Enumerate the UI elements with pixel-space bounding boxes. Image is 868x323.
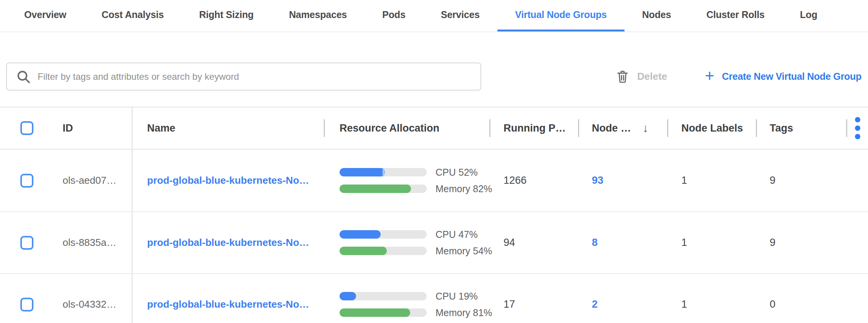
tab-virtual-node-groups[interactable]: Virtual Node Groups [497,0,624,31]
row-id: ols-aed07… [63,175,116,186]
header-node-labels[interactable]: Node Labels [667,107,756,149]
cpu-bar-fill [340,230,381,239]
table-body: ols-aed07… prod-global-blue-kubernetes-N… [0,150,868,323]
row-node-labels-cell: 1 [667,212,756,273]
memory-label: Memory 54% [436,246,492,257]
memory-bar-track [340,247,427,255]
row-resource-cell: CPU 19% Memory 81% [324,274,489,323]
tab-label: Services [441,9,480,20]
row-id-cell: ols-8835a… [63,212,133,273]
tab-label: Overview [24,9,66,20]
row-node-labels-cell: 1 [667,150,756,211]
virtual-node-groups-page: OverviewCost AnalysisRight SizingNamespa… [0,0,868,323]
create-button-label: Create New Virtual Node Group [722,71,861,82]
cpu-usage-bar-line: CPU 52% [340,167,492,178]
header-nodes[interactable]: Node … ↓ [578,107,667,149]
table-row: ols-8835a… prod-global-blue-kubernetes-N… [0,212,868,274]
cpu-bar-track [340,292,427,300]
memory-label: Memory 82% [436,183,492,194]
running-pods-value: 94 [504,237,515,249]
tags-value: 9 [770,237,775,249]
row-running-pods-cell: 94 [489,212,578,273]
row-checkbox[interactable] [20,174,33,188]
row-checkbox-cell [0,150,63,211]
header-checkbox-cell [0,107,63,149]
cpu-usage-bar-line: CPU 19% [340,291,492,302]
delete-button-label: Delete [637,71,667,82]
nodes-count-link[interactable]: 2 [592,298,598,310]
tab-nodes[interactable]: Nodes [624,0,689,31]
header-id-label: ID [63,122,73,134]
row-name-cell: prod-global-blue-kubernetes-No… [133,212,324,273]
toolbar: Delete + Create New Virtual Node Group [0,32,868,107]
cpu-usage-bar-line: CPU 47% [340,229,492,240]
sort-descending-arrow-icon[interactable]: ↓ [643,122,648,134]
tab-services[interactable]: Services [423,0,497,31]
row-node-labels-cell: 1 [667,274,756,323]
node-labels-value: 1 [681,298,687,310]
header-name[interactable]: Name [133,107,324,149]
row-id-cell: ols-04332… [63,274,133,323]
memory-usage-bar-line: Memory 82% [340,183,492,194]
nodes-count-link[interactable]: 93 [592,175,603,186]
row-nodes-cell: 2 [578,274,667,323]
search-icon [15,69,31,85]
cpu-label: CPU 52% [436,167,478,178]
row-checkbox-cell [0,212,63,273]
header-tags[interactable]: Tags [756,107,846,149]
row-nodes-cell: 93 [578,150,667,211]
memory-bar-track [340,308,427,317]
top-tab-bar: OverviewCost AnalysisRight SizingNamespa… [0,0,868,32]
tab-namespaces[interactable]: Namespaces [271,0,364,31]
tab-label: Namespaces [289,9,347,20]
row-checkbox[interactable] [20,236,33,250]
cpu-bar-track [340,168,427,176]
cpu-label: CPU 19% [436,291,478,302]
tab-cost-analysis[interactable]: Cost Analysis [84,0,182,31]
row-nodes-cell: 8 [578,212,667,273]
tab-log[interactable]: Log [782,0,835,31]
tab-label: Right Sizing [199,9,253,20]
create-virtual-node-group-button[interactable]: + Create New Virtual Node Group [705,63,861,91]
memory-bar-fill [340,185,411,193]
row-menu-cell [846,212,868,273]
row-id: ols-8835a… [63,237,116,249]
delete-button[interactable]: Delete [616,63,667,91]
tab-right-sizing[interactable]: Right Sizing [181,0,271,31]
row-menu-cell [846,150,868,211]
select-all-checkbox[interactable] [20,121,33,135]
memory-usage-bar-line: Memory 54% [340,246,492,257]
header-running-pods[interactable]: Running P… [489,107,578,149]
filter-search-box[interactable] [6,63,481,91]
node-labels-value: 1 [681,175,687,186]
row-tags-cell: 9 [756,212,846,273]
row-tags-cell: 0 [756,274,846,323]
tab-label: Pods [382,9,405,20]
header-resource-allocation[interactable]: Resource Allocation [324,107,489,149]
tab-pods[interactable]: Pods [364,0,423,31]
running-pods-value: 1266 [504,175,527,186]
row-running-pods-cell: 17 [489,274,578,323]
row-running-pods-cell: 1266 [489,150,578,211]
search-input[interactable] [38,71,472,82]
row-checkbox[interactable] [20,298,33,311]
cpu-bar-fill [340,292,356,300]
table-row: ols-aed07… prod-global-blue-kubernetes-N… [0,150,868,212]
header-id[interactable]: ID [63,107,133,149]
tab-cluster-rolls[interactable]: Cluster Rolls [689,0,782,31]
column-settings-kebab-icon[interactable] [855,117,860,139]
row-name-link[interactable]: prod-global-blue-kubernetes-No… [147,298,309,310]
row-name-link[interactable]: prod-global-blue-kubernetes-No… [147,237,309,249]
header-name-label: Name [147,122,176,134]
row-name-link[interactable]: prod-global-blue-kubernetes-No… [147,175,309,186]
row-id: ols-04332… [63,298,116,310]
tab-overview[interactable]: Overview [7,0,84,31]
nodes-count-link[interactable]: 8 [592,237,598,249]
cpu-bar-extra [383,168,384,176]
tags-value: 9 [770,175,775,186]
header-menu-cell [846,107,868,149]
tab-label: Log [800,9,817,20]
tags-value: 0 [770,298,775,310]
memory-label: Memory 81% [436,307,492,318]
running-pods-value: 17 [504,298,515,310]
